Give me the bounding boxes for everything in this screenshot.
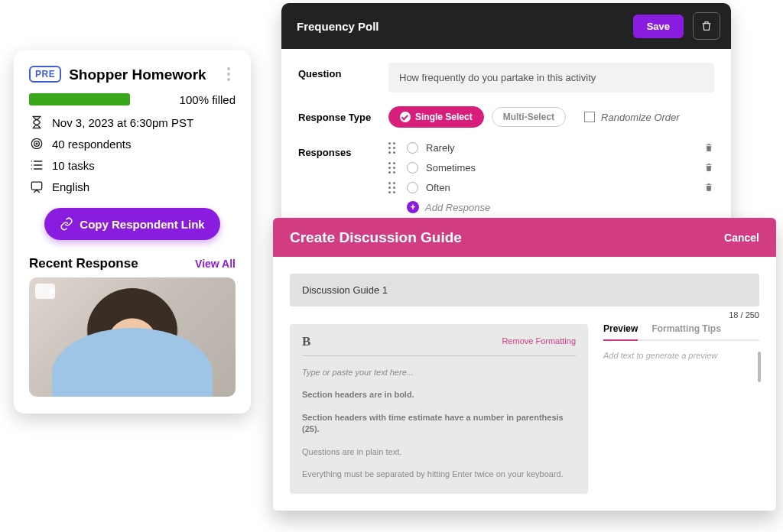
editor-placeholder: Type or paste your text here... bbox=[302, 367, 576, 378]
radio-icon[interactable] bbox=[407, 162, 418, 174]
save-button[interactable]: Save bbox=[633, 15, 684, 38]
drag-handle-icon[interactable] bbox=[388, 162, 399, 174]
guide-editor[interactable]: B Remove Formatting Type or paste your t… bbox=[290, 324, 588, 494]
language-icon bbox=[29, 179, 44, 194]
delete-response-button[interactable] bbox=[703, 141, 714, 154]
pre-badge: PRE bbox=[29, 66, 61, 83]
editor-hint: Section headers with time estimate have … bbox=[302, 412, 576, 436]
homework-card: PRE Shopper Homework 100% filled Nov 3, … bbox=[14, 50, 251, 414]
svg-rect-3 bbox=[31, 182, 41, 190]
check-icon bbox=[400, 112, 411, 122]
svg-point-2 bbox=[36, 143, 37, 144]
card-menu-button[interactable] bbox=[222, 67, 236, 81]
respondents: 40 respondents bbox=[52, 138, 131, 150]
response-thumbnail[interactable] bbox=[29, 277, 236, 397]
delete-response-button[interactable] bbox=[703, 181, 714, 193]
frequency-poll-panel: Frequency Poll Save Question Response Ty… bbox=[281, 3, 731, 229]
tab-preview[interactable]: Preview bbox=[603, 324, 638, 341]
link-icon bbox=[60, 217, 73, 231]
response-text[interactable]: Often bbox=[426, 183, 696, 193]
poll-title: Frequency Poll bbox=[297, 21, 624, 32]
delete-poll-button[interactable] bbox=[693, 12, 720, 40]
hourglass-icon bbox=[29, 115, 44, 130]
tab-formatting-tips[interactable]: Formatting Tips bbox=[651, 324, 720, 339]
card-title: Shopper Homework bbox=[69, 67, 214, 82]
add-response-button[interactable]: + Add Response bbox=[407, 201, 714, 213]
delete-response-button[interactable] bbox=[703, 161, 714, 174]
response-row: Sometimes bbox=[388, 161, 714, 174]
response-type-label: Response Type bbox=[298, 106, 382, 128]
question-label: Question bbox=[298, 63, 382, 92]
guide-title: Create Discussion Guide bbox=[290, 230, 724, 245]
response-row: Rarely bbox=[388, 141, 714, 154]
language: English bbox=[52, 181, 89, 193]
preview-placeholder: Add text to generate a preview bbox=[603, 351, 717, 360]
preview-scrollbar[interactable] bbox=[758, 352, 761, 382]
remove-formatting-link[interactable]: Remove Formatting bbox=[502, 337, 576, 345]
progress-label: 100% filled bbox=[180, 94, 236, 105]
randomize-checkbox[interactable] bbox=[584, 112, 595, 122]
target-icon bbox=[29, 136, 44, 151]
tasks: 10 tasks bbox=[52, 160, 95, 171]
trash-icon bbox=[700, 20, 713, 32]
char-counter: 18 / 250 bbox=[290, 311, 759, 320]
editor-hint: Everything must be separated by hitting … bbox=[302, 469, 576, 480]
bold-button[interactable]: B bbox=[302, 335, 310, 348]
multi-select-pill[interactable]: Multi-Select bbox=[492, 107, 566, 127]
responses-label: Responses bbox=[298, 141, 382, 213]
recent-response-label: Recent Response bbox=[29, 257, 138, 270]
view-all-link[interactable]: View All bbox=[195, 258, 236, 269]
radio-icon[interactable] bbox=[407, 142, 418, 154]
single-select-pill[interactable]: Single Select bbox=[388, 106, 484, 128]
response-row: Often bbox=[388, 181, 714, 193]
randomize-label: Randomize Order bbox=[601, 112, 680, 122]
copy-respondent-link-button[interactable]: Copy Respondent Link bbox=[44, 208, 219, 240]
discussion-guide-panel: Create Discussion Guide Cancel 18 / 250 … bbox=[273, 218, 776, 511]
video-icon bbox=[35, 284, 55, 299]
list-icon bbox=[29, 157, 44, 173]
progress-bar bbox=[29, 93, 130, 105]
drag-handle-icon[interactable] bbox=[388, 182, 399, 193]
response-text[interactable]: Sometimes bbox=[426, 163, 696, 173]
guide-name-input[interactable] bbox=[290, 274, 759, 307]
editor-hint: Section headers are in bold. bbox=[302, 389, 576, 401]
question-input[interactable] bbox=[388, 63, 714, 92]
radio-icon[interactable] bbox=[407, 182, 418, 193]
cancel-button[interactable]: Cancel bbox=[724, 232, 759, 243]
due-date: Nov 3, 2023 at 6:30pm PST bbox=[52, 117, 193, 128]
plus-icon: + bbox=[407, 201, 419, 213]
drag-handle-icon[interactable] bbox=[388, 142, 399, 154]
response-text[interactable]: Rarely bbox=[426, 143, 696, 153]
editor-hint: Questions are in plain text. bbox=[302, 446, 576, 458]
